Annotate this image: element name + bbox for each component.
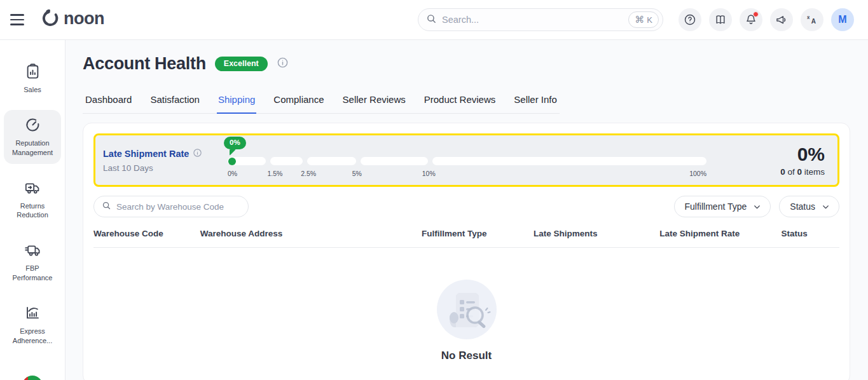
topbar-actions: ẍ A M bbox=[679, 8, 854, 31]
column-header: Warehouse Address bbox=[200, 229, 422, 238]
banner-left: Late Shipment Rate Last 10 Days bbox=[103, 148, 228, 173]
country-selector[interactable] bbox=[22, 375, 43, 380]
tick-label: 1.5% bbox=[267, 170, 282, 177]
sidebar-item-label: FBP Performance bbox=[6, 264, 59, 283]
warehouse-search-input[interactable] bbox=[116, 202, 240, 212]
help-button[interactable] bbox=[679, 8, 701, 31]
metric-items-count: 0 of 0 items bbox=[723, 167, 825, 177]
column-header: Late Shipments bbox=[534, 229, 659, 238]
gauge-icon bbox=[24, 116, 41, 133]
sidebar-item-label: Express Adherence... bbox=[6, 327, 59, 346]
tab-bar: Dashboard Satisfaction Shipping Complian… bbox=[83, 89, 560, 114]
status-dropdown[interactable]: Status bbox=[779, 196, 839, 217]
chevron-down-icon bbox=[822, 203, 830, 211]
value-tooltip: 0% bbox=[224, 137, 246, 149]
uae-flag-icon bbox=[22, 375, 43, 380]
sidebar-item-returns-reduction[interactable]: Returns Reduction bbox=[4, 173, 61, 227]
scale-ticks: 0% 1.5% 2.5% 5% 10% 100% bbox=[228, 170, 706, 179]
empty-state: No Result bbox=[93, 278, 839, 362]
command-icon: ⌘ bbox=[635, 14, 644, 25]
noon-logo-icon bbox=[41, 9, 60, 31]
bar-segment bbox=[361, 157, 428, 165]
clipboard-chart-icon bbox=[24, 63, 41, 80]
truck-icon bbox=[24, 241, 41, 259]
sidebar-item-label: Reputation Management bbox=[6, 139, 59, 158]
tick-label: 0% bbox=[228, 170, 237, 177]
search-input[interactable] bbox=[442, 15, 628, 25]
tab-shipping[interactable]: Shipping bbox=[217, 89, 256, 114]
sidebar-item-label: Returns Reduction bbox=[6, 201, 59, 221]
shipping-panel: Late Shipment Rate Last 10 Days 0% bbox=[83, 123, 850, 380]
sidebar-item-fbp-performance[interactable]: FBP Performance bbox=[4, 235, 61, 289]
tab-dashboard[interactable]: Dashboard bbox=[84, 89, 133, 114]
threshold-bar bbox=[228, 157, 706, 165]
empty-state-title: No Result bbox=[441, 349, 492, 362]
notification-dot bbox=[753, 11, 759, 17]
table-header: Warehouse Code Warehouse Address Fulfill… bbox=[93, 217, 839, 248]
search-shortcut-badge: ⌘ K bbox=[628, 11, 659, 28]
svg-text:ẍ: ẍ bbox=[807, 15, 810, 20]
filter-row: Fulfillment Type Status bbox=[93, 196, 839, 217]
page-header: Account Health Excellent bbox=[83, 54, 850, 74]
bar-segment bbox=[432, 157, 706, 165]
metric-value-block: 0% 0 of 0 items bbox=[723, 144, 825, 177]
metric-period: Last 10 Days bbox=[103, 163, 228, 173]
column-header: Fulfillment Type bbox=[422, 229, 534, 238]
sidebar-item-express-adherence[interactable]: Express Adherence... bbox=[4, 298, 61, 352]
megaphone-icon bbox=[775, 13, 788, 26]
question-icon bbox=[684, 13, 696, 26]
tick-label: 5% bbox=[352, 170, 362, 177]
metric-value: 0% bbox=[723, 144, 825, 165]
tab-seller-reviews[interactable]: Seller Reviews bbox=[341, 89, 407, 114]
chevron-down-icon bbox=[753, 203, 761, 211]
tab-compliance[interactable]: Compliance bbox=[272, 89, 325, 114]
tab-product-reviews[interactable]: Product Reviews bbox=[423, 89, 497, 114]
page-title: Account Health bbox=[83, 54, 206, 74]
brand-name: noon bbox=[64, 10, 104, 30]
sidebar-item-sales[interactable]: Sales bbox=[4, 57, 61, 101]
tick-label: 2.5% bbox=[301, 170, 316, 177]
language-button[interactable]: ẍ A bbox=[801, 8, 823, 31]
tick-label: 10% bbox=[422, 170, 436, 177]
app-window: noon ⌘ K bbox=[0, 0, 868, 380]
svg-text:A: A bbox=[811, 18, 816, 25]
guide-button[interactable] bbox=[709, 8, 732, 31]
tab-satisfaction[interactable]: Satisfaction bbox=[149, 89, 201, 114]
search-icon bbox=[426, 13, 437, 27]
health-status-badge: Excellent bbox=[215, 57, 268, 71]
metric-scale: 0% 0% 1.5% bbox=[228, 142, 723, 179]
column-header: Warehouse Code bbox=[93, 229, 200, 238]
book-icon bbox=[714, 13, 727, 26]
user-avatar[interactable]: M bbox=[831, 8, 854, 31]
metric-title: Late Shipment Rate bbox=[103, 149, 189, 159]
translate-icon: ẍ A bbox=[806, 13, 818, 26]
no-result-illustration bbox=[436, 278, 498, 341]
info-icon[interactable] bbox=[277, 57, 289, 71]
tick-label: 100% bbox=[689, 170, 706, 177]
sidebar: Sales Reputation Management Returns Redu… bbox=[0, 40, 65, 380]
noon-logo[interactable]: noon bbox=[41, 9, 104, 31]
main-content: Account Health Excellent Dashboard Satis… bbox=[65, 40, 868, 380]
truck-return-icon bbox=[24, 179, 41, 196]
menu-icon[interactable] bbox=[10, 11, 28, 29]
column-header: Late Shipment Rate bbox=[659, 229, 781, 238]
global-search[interactable]: ⌘ K bbox=[418, 8, 663, 31]
warehouse-search[interactable] bbox=[93, 196, 249, 217]
current-value-marker bbox=[228, 158, 236, 165]
sidebar-item-label: Sales bbox=[24, 85, 41, 95]
search-icon bbox=[102, 201, 111, 213]
sidebar-item-reputation-management[interactable]: Reputation Management bbox=[4, 110, 61, 164]
info-icon[interactable] bbox=[193, 148, 202, 160]
tab-seller-info[interactable]: Seller Info bbox=[513, 89, 558, 114]
topbar: noon ⌘ K bbox=[0, 0, 868, 40]
fulfillment-type-dropdown[interactable]: Fulfillment Type bbox=[674, 196, 771, 217]
bar-segment bbox=[270, 157, 303, 165]
bar-chart-icon bbox=[24, 304, 41, 322]
bar-segment bbox=[307, 157, 356, 165]
announcements-button[interactable] bbox=[770, 8, 793, 31]
column-header: Status bbox=[781, 229, 839, 238]
notifications-button[interactable] bbox=[740, 8, 762, 31]
late-shipment-rate-banner: Late Shipment Rate Last 10 Days 0% bbox=[93, 133, 839, 187]
